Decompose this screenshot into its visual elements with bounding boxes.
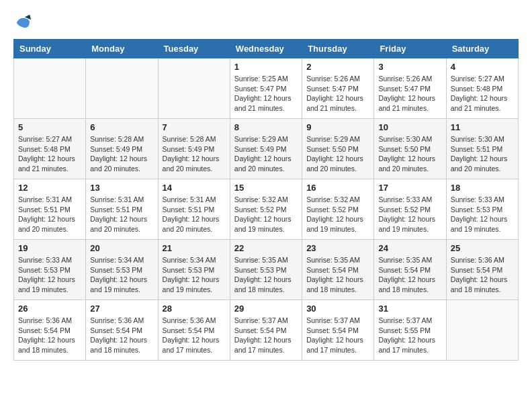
day-info: Sunrise: 5:26 AM Sunset: 5:47 PM Dayligh…: [378, 74, 441, 113]
calendar-cell: 18Sunrise: 5:33 AM Sunset: 5:53 PM Dayli…: [446, 179, 518, 240]
calendar-cell: 15Sunrise: 5:32 AM Sunset: 5:52 PM Dayli…: [230, 179, 302, 240]
day-info: Sunrise: 5:33 AM Sunset: 5:52 PM Dayligh…: [378, 195, 441, 234]
logo: [13, 13, 34, 32]
day-header-friday: Friday: [374, 40, 446, 58]
day-number: 6: [90, 122, 153, 132]
calendar-cell: [446, 300, 518, 361]
day-header-sunday: Sunday: [14, 40, 86, 58]
day-info: Sunrise: 5:32 AM Sunset: 5:52 PM Dayligh…: [234, 195, 298, 234]
calendar-cell: 5Sunrise: 5:27 AM Sunset: 5:48 PM Daylig…: [14, 119, 86, 179]
day-info: Sunrise: 5:33 AM Sunset: 5:53 PM Dayligh…: [18, 255, 81, 295]
calendar-cell: 7Sunrise: 5:28 AM Sunset: 5:49 PM Daylig…: [158, 119, 230, 179]
day-number: 28: [163, 304, 226, 314]
day-info: Sunrise: 5:37 AM Sunset: 5:54 PM Dayligh…: [234, 316, 298, 355]
day-number: 11: [451, 122, 514, 132]
calendar-cell: 22Sunrise: 5:35 AM Sunset: 5:53 PM Dayli…: [230, 240, 302, 300]
day-info: Sunrise: 5:34 AM Sunset: 5:53 PM Dayligh…: [90, 255, 153, 295]
calendar-cell: 8Sunrise: 5:29 AM Sunset: 5:49 PM Daylig…: [230, 119, 302, 179]
day-info: Sunrise: 5:34 AM Sunset: 5:53 PM Dayligh…: [163, 255, 226, 295]
day-info: Sunrise: 5:36 AM Sunset: 5:54 PM Dayligh…: [163, 316, 226, 355]
page-header: [13, 13, 519, 32]
day-number: 16: [306, 183, 369, 193]
day-info: Sunrise: 5:37 AM Sunset: 5:55 PM Dayligh…: [378, 316, 441, 355]
day-number: 12: [18, 183, 81, 193]
calendar-cell: 6Sunrise: 5:28 AM Sunset: 5:49 PM Daylig…: [86, 119, 158, 179]
day-number: 3: [378, 62, 441, 72]
day-number: 31: [378, 304, 441, 314]
day-number: 26: [18, 304, 81, 314]
calendar-cell: 29Sunrise: 5:37 AM Sunset: 5:54 PM Dayli…: [230, 300, 302, 361]
calendar-cell: 21Sunrise: 5:34 AM Sunset: 5:53 PM Dayli…: [158, 240, 230, 300]
calendar-cell: 31Sunrise: 5:37 AM Sunset: 5:55 PM Dayli…: [374, 300, 446, 361]
day-number: 18: [451, 183, 514, 193]
day-header-thursday: Thursday: [302, 40, 374, 58]
day-info: Sunrise: 5:36 AM Sunset: 5:54 PM Dayligh…: [451, 255, 514, 295]
day-number: 29: [234, 304, 298, 314]
day-number: 15: [234, 183, 298, 193]
calendar-week-2: 5Sunrise: 5:27 AM Sunset: 5:48 PM Daylig…: [14, 119, 519, 179]
day-number: 4: [451, 62, 514, 72]
day-info: Sunrise: 5:28 AM Sunset: 5:49 PM Dayligh…: [90, 134, 153, 174]
day-number: 20: [90, 243, 153, 253]
day-info: Sunrise: 5:29 AM Sunset: 5:49 PM Dayligh…: [234, 134, 298, 174]
calendar-cell: 4Sunrise: 5:27 AM Sunset: 5:48 PM Daylig…: [446, 58, 518, 119]
calendar-cell: 9Sunrise: 5:29 AM Sunset: 5:50 PM Daylig…: [302, 119, 374, 179]
day-number: 9: [306, 122, 369, 132]
day-number: 30: [306, 304, 369, 314]
day-info: Sunrise: 5:27 AM Sunset: 5:48 PM Dayligh…: [18, 134, 81, 174]
calendar-cell: 2Sunrise: 5:26 AM Sunset: 5:47 PM Daylig…: [302, 58, 374, 119]
day-number: 2: [306, 62, 369, 72]
day-number: 10: [378, 122, 441, 132]
day-header-monday: Monday: [86, 40, 158, 58]
day-info: Sunrise: 5:30 AM Sunset: 5:50 PM Dayligh…: [378, 134, 441, 174]
calendar-cell: 3Sunrise: 5:26 AM Sunset: 5:47 PM Daylig…: [374, 58, 446, 119]
calendar-cell: 30Sunrise: 5:37 AM Sunset: 5:54 PM Dayli…: [302, 300, 374, 361]
day-number: 22: [234, 243, 298, 253]
day-number: 14: [163, 183, 226, 193]
day-header-saturday: Saturday: [446, 40, 518, 58]
day-number: 5: [18, 122, 81, 132]
day-info: Sunrise: 5:31 AM Sunset: 5:51 PM Dayligh…: [18, 195, 81, 234]
calendar-cell: 17Sunrise: 5:33 AM Sunset: 5:52 PM Dayli…: [374, 179, 446, 240]
calendar-cell: 26Sunrise: 5:36 AM Sunset: 5:54 PM Dayli…: [14, 300, 86, 361]
day-number: 1: [234, 62, 298, 72]
calendar-cell: 16Sunrise: 5:32 AM Sunset: 5:52 PM Dayli…: [302, 179, 374, 240]
calendar-week-3: 12Sunrise: 5:31 AM Sunset: 5:51 PM Dayli…: [14, 179, 519, 240]
calendar-cell: 23Sunrise: 5:35 AM Sunset: 5:54 PM Dayli…: [302, 240, 374, 300]
day-info: Sunrise: 5:30 AM Sunset: 5:51 PM Dayligh…: [451, 134, 514, 174]
day-number: 7: [163, 122, 226, 132]
day-info: Sunrise: 5:36 AM Sunset: 5:54 PM Dayligh…: [18, 316, 81, 355]
calendar-cell: 24Sunrise: 5:35 AM Sunset: 5:54 PM Dayli…: [374, 240, 446, 300]
calendar-week-1: 1Sunrise: 5:25 AM Sunset: 5:47 PM Daylig…: [14, 58, 519, 119]
calendar-header-row: SundayMondayTuesdayWednesdayThursdayFrid…: [14, 40, 519, 58]
calendar-week-5: 26Sunrise: 5:36 AM Sunset: 5:54 PM Dayli…: [14, 300, 519, 361]
day-number: 27: [90, 304, 153, 314]
day-number: 23: [306, 243, 369, 253]
calendar-cell: 28Sunrise: 5:36 AM Sunset: 5:54 PM Dayli…: [158, 300, 230, 361]
day-info: Sunrise: 5:31 AM Sunset: 5:51 PM Dayligh…: [163, 195, 226, 234]
calendar-cell: 27Sunrise: 5:36 AM Sunset: 5:54 PM Dayli…: [86, 300, 158, 361]
logo-icon: [13, 13, 32, 32]
calendar-cell: [86, 58, 158, 119]
calendar-cell: 13Sunrise: 5:31 AM Sunset: 5:51 PM Dayli…: [86, 179, 158, 240]
calendar-week-4: 19Sunrise: 5:33 AM Sunset: 5:53 PM Dayli…: [14, 240, 519, 300]
day-number: 25: [451, 243, 514, 253]
day-header-wednesday: Wednesday: [230, 40, 302, 58]
day-info: Sunrise: 5:32 AM Sunset: 5:52 PM Dayligh…: [306, 195, 369, 234]
day-info: Sunrise: 5:29 AM Sunset: 5:50 PM Dayligh…: [306, 134, 369, 174]
day-number: 13: [90, 183, 153, 193]
day-header-tuesday: Tuesday: [158, 40, 230, 58]
calendar-table: SundayMondayTuesdayWednesdayThursdayFrid…: [13, 39, 519, 361]
calendar-cell: 1Sunrise: 5:25 AM Sunset: 5:47 PM Daylig…: [230, 58, 302, 119]
calendar-cell: 12Sunrise: 5:31 AM Sunset: 5:51 PM Dayli…: [14, 179, 86, 240]
day-info: Sunrise: 5:28 AM Sunset: 5:49 PM Dayligh…: [163, 134, 226, 174]
day-info: Sunrise: 5:26 AM Sunset: 5:47 PM Dayligh…: [306, 74, 369, 113]
calendar-cell: 11Sunrise: 5:30 AM Sunset: 5:51 PM Dayli…: [446, 119, 518, 179]
day-info: Sunrise: 5:35 AM Sunset: 5:53 PM Dayligh…: [234, 255, 298, 295]
day-info: Sunrise: 5:27 AM Sunset: 5:48 PM Dayligh…: [451, 74, 514, 113]
day-number: 8: [234, 122, 298, 132]
day-info: Sunrise: 5:35 AM Sunset: 5:54 PM Dayligh…: [378, 255, 441, 295]
day-number: 17: [378, 183, 441, 193]
day-info: Sunrise: 5:25 AM Sunset: 5:47 PM Dayligh…: [234, 74, 298, 113]
calendar-cell: 20Sunrise: 5:34 AM Sunset: 5:53 PM Dayli…: [86, 240, 158, 300]
